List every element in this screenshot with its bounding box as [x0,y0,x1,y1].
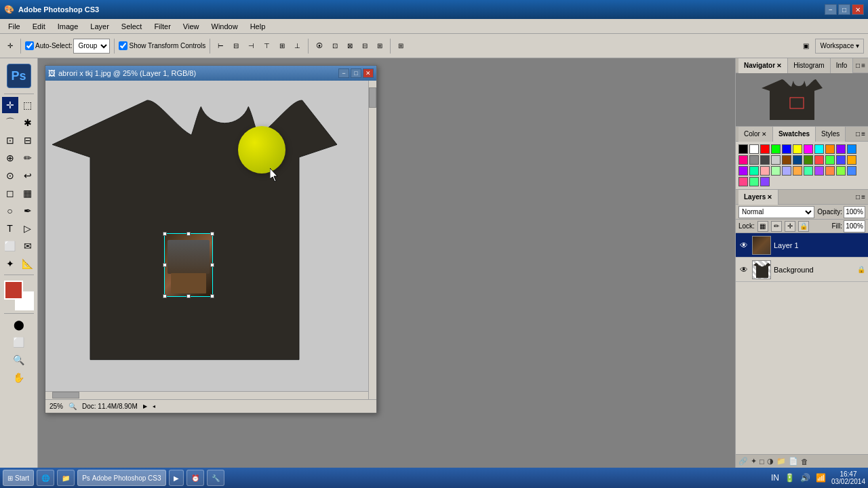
layers-tab-close[interactable]: ✕ [767,194,772,201]
tab-color[interactable]: Color✕ [738,127,773,142]
swatch-skyblue[interactable] [847,144,856,154]
swatch-gold[interactable] [847,155,856,165]
auto-select-checkbox[interactable] [25,41,34,50]
distribute-3-btn[interactable]: ⊠ [344,38,356,54]
lasso-tool[interactable]: ⌒ [2,115,18,131]
swatch-purple[interactable] [836,144,846,154]
menu-layer[interactable]: Layer [85,21,115,32]
swatch-indigo[interactable] [760,177,770,186]
handle-top-right[interactable] [210,232,214,236]
scroll-indicator[interactable]: ◂ [153,403,155,409]
handle-top-middle[interactable] [186,232,191,236]
swatch-lavender[interactable] [782,166,791,176]
layer-adj-icon[interactable]: ◑ [767,457,774,466]
swatch-periwinkle[interactable] [814,166,824,176]
layer-new-icon[interactable]: 📄 [789,457,798,466]
stamp-tool[interactable]: ⊙ [2,167,18,184]
panel-resize-icon[interactable]: □ [856,62,860,69]
distribute-2-btn[interactable]: ⊡ [329,38,341,54]
doc-window-controls[interactable]: − □ ✕ [338,68,374,78]
swatch-cornflower[interactable] [847,166,856,176]
brush-tool[interactable]: ✏ [20,150,36,166]
tab-info[interactable]: Info [831,58,854,73]
fill-input[interactable] [844,220,865,232]
swatch-yellow[interactable] [793,144,802,154]
healing-tool[interactable]: ⊕ [2,150,18,166]
swatch-pink[interactable] [738,155,748,165]
network-icon[interactable]: 📶 [816,473,826,483]
swatch-lightred[interactable] [814,155,824,165]
lock-pixels-btn[interactable]: ✏ [771,221,782,232]
align-center-btn[interactable]: ⊟ [230,38,242,54]
color-panel-menu-icon[interactable]: ≡ [861,130,865,138]
foreground-color-box[interactable] [4,281,23,300]
lock-transparency-btn[interactable]: ▦ [757,221,768,232]
scroll-right-btn[interactable]: ▶ [143,403,147,409]
menu-select[interactable]: Select [116,21,148,32]
swatch-amber[interactable] [793,166,802,176]
handle-middle-left[interactable] [163,263,167,267]
layer-mask-icon[interactable]: □ [760,458,764,466]
distribute-4-btn[interactable]: ⊟ [359,38,371,54]
swatch-cyan[interactable] [814,144,824,154]
tab-styles[interactable]: Styles [816,127,846,142]
swatch-lightblue[interactable] [836,155,846,165]
selection-tool[interactable]: ⬚ [20,97,36,113]
handle-bottom-left[interactable] [163,294,167,298]
shape-tool[interactable]: ⬜ [2,238,18,254]
swatch-seafoam[interactable] [804,166,813,176]
align-middle-btn[interactable]: ⊞ [276,38,288,54]
swatch-peach[interactable] [825,166,835,176]
panel-menu-icon[interactable]: ≡ [861,62,865,69]
screen-mode-btn[interactable]: ▣ [800,38,812,54]
swatch-olive[interactable] [804,155,813,165]
menu-help[interactable]: Help [245,21,271,32]
layer-delete-icon[interactable]: 🗑 [801,458,808,466]
menu-edit[interactable]: Edit [27,21,51,32]
minimize-button[interactable]: − [825,4,837,15]
swatch-teal[interactable] [749,166,759,176]
handle-bottom-right[interactable] [210,294,214,298]
screen-mode-tool[interactable]: ⬜ [11,334,27,350]
eyedropper-tool[interactable]: ✦ [2,256,18,272]
taskbar-explorer[interactable]: 📁 [57,470,75,486]
lock-position-btn[interactable]: ✛ [785,221,795,232]
layer-item-layer1[interactable]: 👁 Layer 1 [736,233,868,258]
opacity-input[interactable] [844,206,865,218]
menu-file[interactable]: File [3,21,26,32]
color-picker-area[interactable] [4,281,34,310]
move-tool[interactable]: ✛ [2,97,18,113]
distribute-5-btn[interactable]: ⊞ [374,38,386,54]
zoom-out-tool[interactable]: 🔍 [11,352,27,368]
taskbar-clock-app[interactable]: ⏰ [186,470,204,486]
quick-mask-tool[interactable]: ⬤ [11,317,27,333]
layers-menu-icon[interactable]: ≡ [861,193,865,201]
doc-maximize-button[interactable]: □ [351,68,361,78]
gradient-tool[interactable]: ▦ [20,185,36,201]
swatch-mint[interactable] [771,166,781,176]
workspace-button[interactable]: Workspace ▾ [815,39,864,54]
tab-swatches[interactable]: Swatches [773,127,816,142]
swatch-darkblue[interactable] [793,155,802,165]
vertical-scrollbar[interactable] [368,81,376,399]
layer-item-background[interactable]: 👁 Background 🔒 [736,258,868,282]
align-top-btn[interactable]: ⊤ [260,38,273,54]
layers-resize-icon[interactable]: □ [856,193,860,201]
blend-mode-select[interactable]: Normal Multiply Screen [738,206,814,218]
zoom-icon[interactable]: 🔍 [68,403,77,410]
color-panel-resize-icon[interactable]: □ [856,130,860,138]
taskbar-photoshop[interactable]: Ps Adobe Photoshop CS3 [77,470,165,486]
swatch-blue[interactable] [782,144,791,154]
swatch-salmon[interactable] [760,166,770,176]
swatch-violet[interactable] [738,166,748,176]
layer-style-icon[interactable]: ✦ [751,457,757,466]
dodge-tool[interactable]: ○ [2,203,18,219]
align-right-btn[interactable]: ⊣ [245,38,258,54]
transform-controls-checkbox[interactable] [119,41,127,50]
slice-tool[interactable]: ⊟ [20,132,36,148]
horizontal-scrollbar[interactable] [45,391,368,399]
volume-icon[interactable]: 🔊 [800,473,810,483]
color-tab-close[interactable]: ✕ [762,131,767,138]
align-left-btn[interactable]: ⊢ [214,38,227,54]
hand-tool[interactable]: ✋ [11,369,27,386]
